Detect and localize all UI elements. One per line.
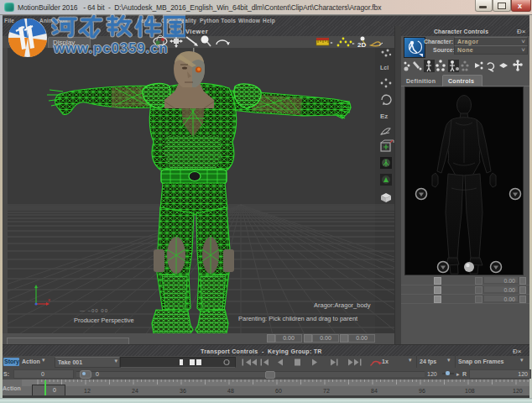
svg-text:108: 108 — [465, 388, 475, 394]
svg-text:120: 120 — [513, 388, 523, 394]
svg-text:12: 12 — [84, 388, 91, 394]
svg-text:48: 48 — [227, 388, 234, 394]
svg-text:84: 84 — [371, 388, 378, 394]
svg-text:36: 36 — [180, 388, 186, 394]
svg-text:96: 96 — [419, 388, 425, 394]
svg-text:24: 24 — [132, 388, 138, 394]
svg-text:72: 72 — [323, 388, 330, 394]
svg-text:x: x — [48, 297, 50, 302]
svg-text:Lcl: Lcl — [380, 65, 389, 71]
svg-text:60: 60 — [275, 388, 282, 394]
svg-text:Ez: Ez — [380, 113, 388, 120]
